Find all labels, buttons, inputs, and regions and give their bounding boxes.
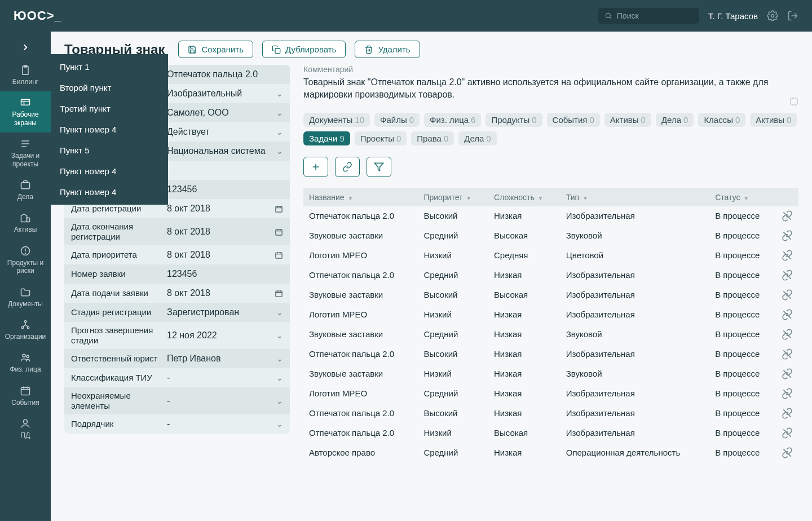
link-button[interactable] — [335, 157, 360, 177]
unlink-button[interactable] — [776, 383, 798, 403]
duplicate-button[interactable]: Дублировать — [262, 41, 346, 58]
unlink-button[interactable] — [776, 344, 798, 364]
unlink-button[interactable] — [776, 245, 798, 265]
col-2[interactable]: Сложность ▼ — [488, 188, 561, 206]
tag-6[interactable]: Дела 0 — [656, 113, 694, 127]
tag-5[interactable]: Активы 0 — [604, 113, 651, 127]
user-name[interactable]: Т. Г. Тарасов — [708, 11, 758, 21]
form-row-label: Классификация ТИУ — [69, 369, 165, 386]
search-input[interactable] — [617, 11, 692, 20]
sidebar-item-1[interactable]: Рабочие экраны — [0, 91, 51, 133]
delete-button[interactable]: Удалить — [355, 41, 420, 58]
form-row-10[interactable]: Номер заявки123456 — [64, 264, 290, 284]
form-row-16[interactable]: Неохраняемые элементы-⌄ — [64, 387, 290, 414]
table-row[interactable]: Логотип МРЕОСреднийНизкаяИзобразительная… — [303, 383, 798, 403]
settings-button[interactable] — [767, 10, 778, 21]
chevron-down-icon: ⌄ — [276, 373, 285, 382]
col-1[interactable]: Приоритет ▼ — [418, 188, 488, 206]
form-row-14[interactable]: Ответственный юристПетр Иванов⌄ — [64, 349, 290, 368]
table-row[interactable]: Отпечаток пальца 2.0НизкийВысокаяИзобраз… — [303, 423, 798, 443]
add-button[interactable] — [303, 157, 328, 177]
sidebar-item-7[interactable]: Организации — [0, 314, 51, 346]
resize-handle[interactable] — [789, 97, 798, 106]
form-row-8[interactable]: Дата окончания регистрации8 окт 2018 — [64, 218, 290, 245]
table-row[interactable]: Отпечаток пальца 2.0СреднийНизкаяИзобраз… — [303, 265, 798, 285]
table-row[interactable]: Отпечаток пальца 2.0ВысокийНизкаяИзобраз… — [303, 403, 798, 423]
form-row-15[interactable]: Классификация ТИУ-⌄ — [64, 368, 290, 387]
form-row-17[interactable]: Подрядчик-⌄ — [64, 414, 290, 434]
sidebar-item-3[interactable]: Дела — [0, 174, 51, 206]
tag-10[interactable]: Проекты 0 — [355, 131, 407, 145]
unlink-button[interactable] — [776, 265, 798, 285]
table-row[interactable]: Звуковые заставкиНизкийНизкаяЗвуковойВ п… — [303, 364, 798, 383]
form-row-9[interactable]: Дата приоритета8 окт 2018 — [64, 245, 290, 264]
table-row[interactable]: Звуковые заставкиВысокийВысокаяИзобразит… — [303, 285, 798, 304]
unlink-button[interactable] — [776, 403, 798, 423]
tag-8[interactable]: Активы 0 — [750, 113, 797, 127]
flyout-item-1[interactable]: Второй пункт — [51, 77, 168, 98]
flyout-item-6[interactable]: Пункт номер 4 — [51, 182, 168, 202]
table-row[interactable]: Звуковые заставкиСреднийНизкаяЗвуковойВ … — [303, 324, 798, 344]
cell-complexity: Низкая — [488, 364, 561, 383]
sidebar-item-10[interactable]: ПД — [0, 412, 51, 445]
unlink-button[interactable] — [776, 226, 798, 245]
flyout-item-0[interactable]: Пункт 1 — [51, 56, 168, 77]
tag-count: 0 — [396, 134, 401, 143]
tag-7[interactable]: Классы 0 — [698, 113, 745, 127]
sidebar-item-5[interactable]: Продукты и риски — [0, 240, 51, 281]
unlink-button[interactable] — [776, 423, 798, 443]
tag-4[interactable]: События 0 — [547, 113, 600, 127]
table-row[interactable]: Отпечаток пальца 2.0ВысокийНизкаяИзобраз… — [303, 344, 798, 364]
sidebar-item-2[interactable]: Задачи и проекты — [0, 133, 51, 174]
sidebar-item-8[interactable]: Физ. лица — [0, 346, 51, 379]
unlink-button[interactable] — [776, 324, 798, 344]
form-row-value: 123456 — [165, 266, 285, 282]
tag-2[interactable]: Физ. лица 6 — [424, 113, 481, 127]
col-0[interactable]: Название ▼ — [303, 188, 418, 206]
unlink-button[interactable] — [776, 364, 798, 383]
filter-button[interactable] — [367, 157, 391, 177]
tag-3[interactable]: Продукты 0 — [486, 113, 542, 127]
tag-11[interactable]: Права 0 — [411, 131, 454, 145]
logout-button[interactable] — [787, 10, 798, 21]
tag-label: Физ. лица — [430, 115, 469, 125]
tag-9[interactable]: Задачи 9 — [303, 131, 350, 145]
tag-0[interactable]: Документы 10 — [303, 113, 370, 127]
topbar: ЮОС>_ Т. Г. Тарасов — [0, 0, 812, 32]
unlink-button[interactable] — [776, 285, 798, 304]
form-row-value: 8 окт 2018 — [165, 200, 275, 217]
save-label: Сохранить — [201, 45, 244, 54]
tag-12[interactable]: Дела 0 — [458, 131, 496, 145]
sidebar-item-0[interactable]: Биллинг — [0, 59, 51, 91]
unlink-button[interactable] — [776, 206, 798, 226]
save-button[interactable]: Сохранить — [178, 41, 253, 58]
col-3[interactable]: Тип ▼ — [561, 188, 709, 206]
sidebar-item-9[interactable]: События — [0, 379, 51, 412]
sidebar-toggle[interactable] — [0, 36, 51, 59]
comment-text: Товарный знак "Отпечаток пальца 2.0" акт… — [303, 76, 780, 101]
col-4[interactable]: Статус ▼ — [709, 188, 776, 206]
form-row-11[interactable]: Дата подачи заявки8 окт 2018 — [64, 284, 290, 303]
calendar-icon — [275, 228, 285, 236]
table-row[interactable]: Логотип МРЕОНизкийНизкаяИзобразительнаяВ… — [303, 304, 798, 324]
unlink-button[interactable] — [776, 304, 798, 324]
tag-label: Продукты — [491, 115, 529, 125]
table-row[interactable]: Звуковые заставкиСреднийВысокаяЗвуковойВ… — [303, 226, 798, 245]
table-row[interactable]: Логотип МРЕОНизкийСредняяЦветовойВ проце… — [303, 245, 798, 265]
sidebar-item-4[interactable]: Активы — [0, 206, 51, 239]
form-row-12[interactable]: Стадия регистрацииЗарегистрирован⌄ — [64, 303, 290, 322]
flyout-item-5[interactable]: Пункт номер 4 — [51, 161, 168, 182]
form-row-13[interactable]: Прогноз завершения стадии12 ноя 2022⌄ — [64, 322, 290, 349]
flyout-item-4[interactable]: Пункт 5 — [51, 140, 168, 161]
table-row[interactable]: Отпечаток пальца 2.0ВысокийНизкаяИзобраз… — [303, 206, 798, 226]
search-box[interactable] — [598, 8, 699, 24]
sidebar-item-6[interactable]: Документы — [0, 281, 51, 314]
flyout-item-3[interactable]: Пункт номер 4 — [51, 119, 168, 140]
tag-1[interactable]: Файлы 0 — [374, 113, 420, 127]
form-row-label: Стадия регистрации — [69, 304, 165, 321]
cell-status: В процессе — [709, 324, 776, 344]
flyout-item-2[interactable]: Третий пункт — [51, 98, 168, 119]
table-row[interactable]: Авторское правоСреднийНизкаяОперационная… — [303, 443, 798, 462]
unlink-button[interactable] — [776, 443, 798, 462]
cell-complexity: Высокая — [488, 423, 561, 443]
